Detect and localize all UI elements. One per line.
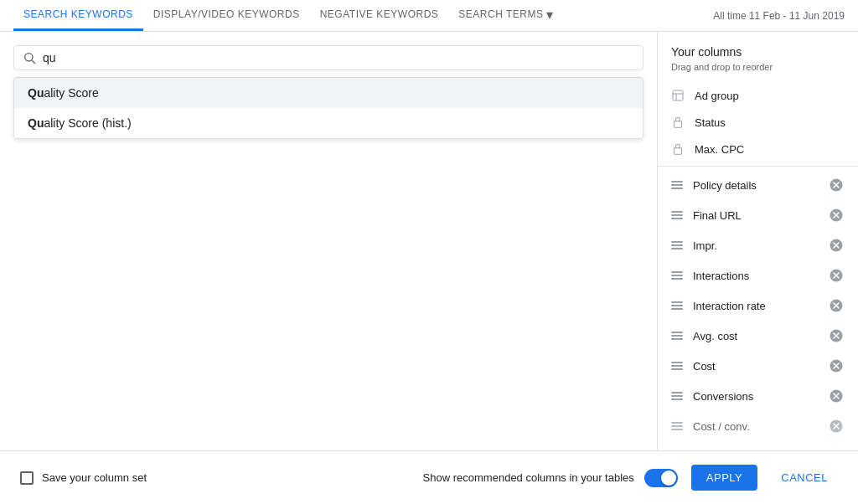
column-label-cost: Cost	[693, 360, 818, 373]
draggable-item-final-url[interactable]: Final URL	[658, 200, 858, 230]
chevron-down-icon: ▾	[546, 7, 554, 23]
show-recommended-toggle[interactable]	[644, 469, 678, 487]
remove-interactions[interactable]	[828, 267, 845, 284]
remove-conversions[interactable]	[828, 388, 845, 404]
svg-line-1	[32, 60, 35, 64]
draggable-item-avg-cost[interactable]: Avg. cost	[658, 321, 858, 351]
save-column-set-checkbox[interactable]	[20, 471, 34, 485]
column-label-impr: Impr.	[693, 239, 818, 252]
draggable-item-cost-conv[interactable]: Cost / conv.	[658, 411, 858, 441]
drag-handle-avg-cost[interactable]	[671, 332, 683, 340]
tab-search-terms[interactable]: SEARCH TERMS ▾	[448, 0, 564, 31]
search-input[interactable]	[43, 51, 634, 64]
locked-item-max-cpc: Max. CPC	[658, 136, 858, 162]
apply-button[interactable]: APPLY	[691, 465, 757, 491]
save-column-set-label: Save your column set	[42, 471, 147, 484]
locked-item-status: Status	[658, 109, 858, 136]
column-label-conversions: Conversions	[693, 390, 818, 403]
right-panel: Your columns Drag and drop to reorder Ad…	[657, 32, 858, 450]
svg-rect-2	[673, 90, 683, 100]
main-content: Quality Score Quality Score (hist.) Your…	[0, 32, 858, 450]
draggable-item-conversions[interactable]: Conversions	[658, 381, 858, 411]
remove-impr[interactable]	[828, 237, 845, 254]
drag-handle-impr[interactable]	[671, 241, 683, 249]
lock-icon-max-cpc	[671, 142, 685, 156]
remove-cost[interactable]	[828, 357, 845, 374]
draggable-item-impr[interactable]: Impr.	[658, 230, 858, 260]
column-label-final-url: Final URL	[693, 209, 818, 222]
column-label-interactions: Interactions	[693, 270, 818, 282]
locked-item-label-status: Status	[695, 116, 845, 129]
date-range: All time 11 Feb - 11 Jun 2019	[713, 10, 845, 22]
locked-item-label-ad-group: Ad group	[695, 90, 845, 102]
footer-right: Show recommended columns in your tables	[423, 469, 678, 487]
suggestion-quality-score-hist[interactable]: Quality Score (hist.)	[14, 108, 643, 138]
draggable-item-cost[interactable]: Cost	[658, 351, 858, 381]
remove-final-url[interactable]	[828, 207, 845, 224]
drag-handle-final-url[interactable]	[671, 211, 683, 219]
svg-rect-5	[674, 121, 681, 127]
columns-list: Ad group Status Max. C	[658, 75, 858, 450]
tab-negative-keywords[interactable]: NEGATIVE KEYWORDS	[310, 0, 449, 31]
show-recommended-label: Show recommended columns in your tables	[423, 471, 634, 484]
draggable-item-interactions[interactable]: Interactions	[658, 260, 858, 291]
footer-left: Save your column set	[20, 471, 410, 485]
column-label-avg-cost: Avg. cost	[693, 330, 818, 342]
cancel-button[interactable]: CANCEL	[771, 465, 838, 491]
footer: Save your column set Show recommended co…	[0, 450, 858, 504]
columns-header: Your columns Drag and drop to reorder	[658, 32, 858, 75]
drag-handle-policy-details[interactable]	[671, 181, 683, 189]
drag-handle-cost[interactable]	[671, 362, 683, 370]
top-navigation: SEARCH KEYWORDS DISPLAY/VIDEO KEYWORDS N…	[0, 0, 858, 32]
locked-item-ad-group: Ad group	[658, 82, 858, 109]
drag-handle-interactions[interactable]	[671, 271, 683, 280]
drag-handle-conversions[interactable]	[671, 392, 683, 400]
left-panel: Quality Score Quality Score (hist.)	[0, 32, 657, 450]
suggestion-suffix-1: ality Score	[44, 86, 98, 100]
suggestion-quality-score[interactable]: Quality Score	[14, 78, 643, 108]
search-icon	[23, 51, 36, 64]
locked-item-label-max-cpc: Max. CPC	[695, 143, 845, 156]
remove-interaction-rate[interactable]	[828, 297, 845, 314]
suggestion-prefix-1: Qu	[28, 86, 44, 100]
columns-subtitle: Drag and drop to reorder	[671, 62, 845, 72]
remove-cost-conv[interactable]	[828, 418, 845, 435]
search-box[interactable]	[13, 45, 644, 70]
drag-handle-interaction-rate[interactable]	[671, 301, 683, 310]
suggestion-prefix-2: Qu	[28, 116, 44, 130]
columns-title: Your columns	[671, 45, 845, 59]
suggestions-dropdown: Quality Score Quality Score (hist.)	[13, 77, 644, 139]
column-label-policy-details: Policy details	[693, 179, 818, 192]
box-icon	[671, 89, 685, 102]
tab-search-keywords[interactable]: SEARCH KEYWORDS	[13, 0, 143, 31]
divider	[658, 166, 858, 167]
drag-handle-cost-conv[interactable]	[671, 422, 683, 430]
column-label-interaction-rate: Interaction rate	[693, 300, 818, 312]
column-label-cost-conv: Cost / conv.	[693, 420, 818, 433]
remove-avg-cost[interactable]	[828, 327, 845, 344]
tab-display-video-keywords[interactable]: DISPLAY/VIDEO KEYWORDS	[143, 0, 310, 31]
draggable-item-policy-details[interactable]: Policy details	[658, 170, 858, 200]
suggestion-suffix-2: ality Score (hist.)	[44, 116, 131, 130]
draggable-item-interaction-rate[interactable]: Interaction rate	[658, 291, 858, 321]
lock-icon-status	[671, 116, 685, 129]
svg-rect-6	[674, 148, 681, 154]
remove-policy-details[interactable]	[828, 177, 845, 193]
